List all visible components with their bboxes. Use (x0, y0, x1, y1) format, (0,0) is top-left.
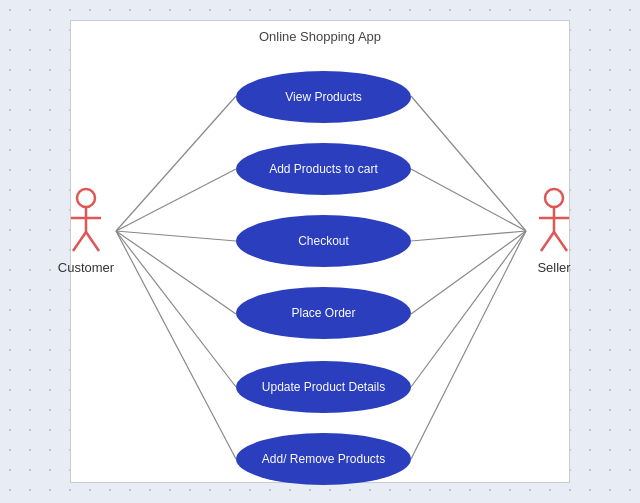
svg-line-3 (116, 231, 236, 314)
usecase-checkout: Checkout (236, 215, 411, 267)
svg-line-15 (73, 232, 86, 251)
svg-point-12 (77, 189, 95, 207)
svg-line-10 (411, 231, 526, 387)
system-label: Online Shopping App (71, 29, 569, 44)
svg-line-9 (411, 231, 526, 314)
usecase-view-products: View Products (236, 71, 411, 123)
seller-label: Seller (537, 260, 570, 275)
svg-line-0 (116, 96, 236, 231)
svg-line-21 (554, 232, 567, 251)
usecase-place-order: Place Order (236, 287, 411, 339)
svg-line-5 (116, 231, 236, 459)
svg-point-17 (545, 189, 563, 207)
svg-line-7 (411, 169, 526, 231)
usecase-update-product: Update Product Details (236, 361, 411, 413)
svg-line-6 (411, 96, 526, 231)
customer-figure (66, 186, 106, 256)
svg-line-8 (411, 231, 526, 241)
svg-line-16 (86, 232, 99, 251)
actor-seller: Seller (524, 186, 584, 275)
svg-line-20 (541, 232, 554, 251)
svg-line-4 (116, 231, 236, 387)
svg-line-1 (116, 169, 236, 231)
usecase-add-to-cart: Add Products to cart (236, 143, 411, 195)
usecase-add-remove: Add/ Remove Products (236, 433, 411, 485)
svg-line-11 (411, 231, 526, 459)
svg-line-2 (116, 231, 236, 241)
actor-customer: Customer (56, 186, 116, 275)
customer-label: Customer (58, 260, 114, 275)
seller-figure (534, 186, 574, 256)
diagram-container: Online Shopping App (70, 20, 570, 483)
